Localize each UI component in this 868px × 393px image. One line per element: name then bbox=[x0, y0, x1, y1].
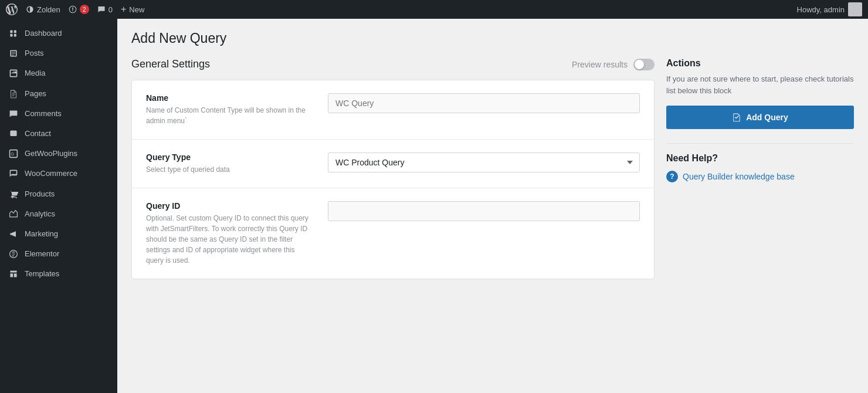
sidebar-item-templates-label: Templates bbox=[25, 269, 59, 279]
updates-button[interactable]: 2 bbox=[69, 5, 89, 14]
sidebar-item-contact-label: Contact bbox=[25, 128, 51, 139]
left-column: General Settings Preview results Name Na… bbox=[131, 58, 655, 279]
sidebar-item-elementor[interactable]: Elementor bbox=[0, 244, 117, 264]
new-content-button[interactable]: + New bbox=[121, 4, 144, 15]
name-input[interactable] bbox=[328, 93, 640, 113]
templates-icon bbox=[8, 269, 19, 279]
sidebar-item-templates[interactable]: Templates bbox=[0, 264, 117, 284]
query-id-field-desc: Optional. Set custom Query ID to connect… bbox=[146, 213, 310, 266]
sidebar-item-marketing-label: Marketing bbox=[25, 229, 58, 239]
wp-logo-button[interactable] bbox=[6, 4, 18, 15]
elementor-icon bbox=[8, 249, 19, 259]
actions-title: Actions bbox=[666, 58, 854, 69]
query-type-select-wrapper: WC Product Query bbox=[328, 153, 640, 172]
help-panel: Need Help? ? Query Builder knowledge bas… bbox=[666, 153, 854, 182]
add-query-button-label: Add Query bbox=[746, 113, 788, 122]
query-id-control bbox=[328, 201, 640, 221]
media-icon bbox=[8, 68, 19, 79]
analytics-icon bbox=[8, 209, 19, 219]
pages-icon bbox=[8, 89, 19, 99]
preview-toggle-area: Preview results bbox=[572, 59, 655, 70]
new-label: New bbox=[129, 5, 144, 14]
site-name: Zolden bbox=[37, 5, 60, 14]
divider bbox=[666, 143, 854, 144]
name-field-desc: Name of Custom Content Type will be show… bbox=[146, 105, 310, 126]
query-type-row: Query Type Select type of queried data W… bbox=[132, 140, 654, 188]
contact-icon bbox=[8, 128, 19, 139]
woocommerce-icon bbox=[8, 168, 19, 179]
page-title: Add New Query bbox=[131, 31, 854, 46]
sidebar-item-marketing[interactable]: Marketing bbox=[0, 224, 117, 244]
knowledge-base-link[interactable]: ? Query Builder knowledge base bbox=[666, 171, 854, 182]
main-content: Add New Query General Settings Preview r… bbox=[117, 19, 868, 393]
sidebar-item-pages-label: Pages bbox=[25, 89, 46, 99]
comments-icon bbox=[8, 109, 19, 119]
sidebar-item-contact[interactable]: Contact bbox=[0, 124, 117, 144]
query-id-label-area: Query ID Optional. Set custom Query ID t… bbox=[146, 201, 310, 266]
sidebar-item-posts[interactable]: Posts bbox=[0, 43, 117, 63]
sidebar-item-dashboard[interactable]: Dashboard bbox=[0, 23, 117, 43]
comments-count: 0 bbox=[108, 5, 113, 14]
name-row: Name Name of Custom Content Type will be… bbox=[132, 80, 654, 140]
right-column: Actions If you are not sure where to sta… bbox=[666, 58, 854, 279]
preview-results-label: Preview results bbox=[572, 60, 628, 69]
section-title: General Settings bbox=[131, 58, 210, 70]
products-icon bbox=[8, 189, 19, 199]
preview-results-toggle[interactable] bbox=[633, 59, 655, 70]
sidebar-item-woocommerce-label: WooCommerce bbox=[25, 168, 77, 179]
name-label-area: Name Name of Custom Content Type will be… bbox=[146, 93, 310, 126]
sidebar-item-getwoo-label: GetWooPlugins bbox=[25, 148, 77, 159]
query-id-field-title: Query ID bbox=[146, 201, 310, 211]
query-type-field-desc: Select type of queried data bbox=[146, 164, 310, 175]
greeting-text: Howdy, admin bbox=[797, 5, 845, 14]
help-title: Need Help? bbox=[666, 153, 854, 164]
svg-text:G: G bbox=[11, 152, 14, 156]
dashboard-icon bbox=[8, 28, 19, 39]
plus-icon: + bbox=[121, 4, 126, 15]
sidebar-item-comments[interactable]: Comments bbox=[0, 104, 117, 124]
admin-bar: Zolden 2 0 + New Howdy, admin bbox=[0, 0, 868, 19]
posts-icon bbox=[8, 48, 19, 59]
sidebar: Dashboard Posts Media Pages bbox=[0, 19, 117, 393]
sidebar-item-products[interactable]: Products bbox=[0, 184, 117, 204]
sidebar-item-posts-label: Posts bbox=[25, 48, 44, 59]
marketing-icon bbox=[8, 229, 19, 239]
query-type-control: WC Product Query bbox=[328, 153, 640, 172]
query-id-input[interactable] bbox=[328, 201, 640, 221]
query-type-label-area: Query Type Select type of queried data bbox=[146, 153, 310, 175]
name-control bbox=[328, 93, 640, 113]
actions-description: If you are not sure where to start, plea… bbox=[666, 73, 854, 96]
name-field-title: Name bbox=[146, 93, 310, 103]
site-name-button[interactable]: Zolden bbox=[26, 5, 60, 14]
query-type-select[interactable]: WC Product Query bbox=[328, 153, 640, 172]
query-id-row: Query ID Optional. Set custom Query ID t… bbox=[132, 188, 654, 279]
save-icon bbox=[732, 113, 741, 122]
help-icon: ? bbox=[666, 171, 678, 182]
avatar[interactable] bbox=[848, 2, 862, 16]
sidebar-item-dashboard-label: Dashboard bbox=[25, 28, 62, 39]
sidebar-item-media-label: Media bbox=[25, 68, 45, 79]
query-type-field-title: Query Type bbox=[146, 153, 310, 162]
settings-card: Name Name of Custom Content Type will be… bbox=[131, 80, 655, 279]
sidebar-item-media[interactable]: Media bbox=[0, 63, 117, 83]
sidebar-item-analytics-label: Analytics bbox=[25, 209, 55, 219]
add-query-button[interactable]: Add Query bbox=[666, 106, 854, 129]
sidebar-item-products-label: Products bbox=[25, 189, 55, 199]
actions-panel: Actions If you are not sure where to sta… bbox=[666, 58, 854, 129]
comments-button[interactable]: 0 bbox=[97, 5, 113, 14]
sidebar-item-elementor-label: Elementor bbox=[25, 249, 59, 259]
sidebar-item-pages[interactable]: Pages bbox=[0, 84, 117, 104]
getwoo-icon: G bbox=[8, 148, 19, 159]
sidebar-item-woocommerce[interactable]: WooCommerce bbox=[0, 164, 117, 184]
sidebar-item-comments-label: Comments bbox=[25, 109, 62, 119]
updates-badge: 2 bbox=[80, 5, 89, 14]
section-header: General Settings Preview results bbox=[131, 58, 655, 70]
knowledge-base-label: Query Builder knowledge base bbox=[683, 172, 795, 181]
sidebar-item-getwoo[interactable]: G GetWooPlugins bbox=[0, 144, 117, 164]
sidebar-item-analytics[interactable]: Analytics bbox=[0, 204, 117, 224]
